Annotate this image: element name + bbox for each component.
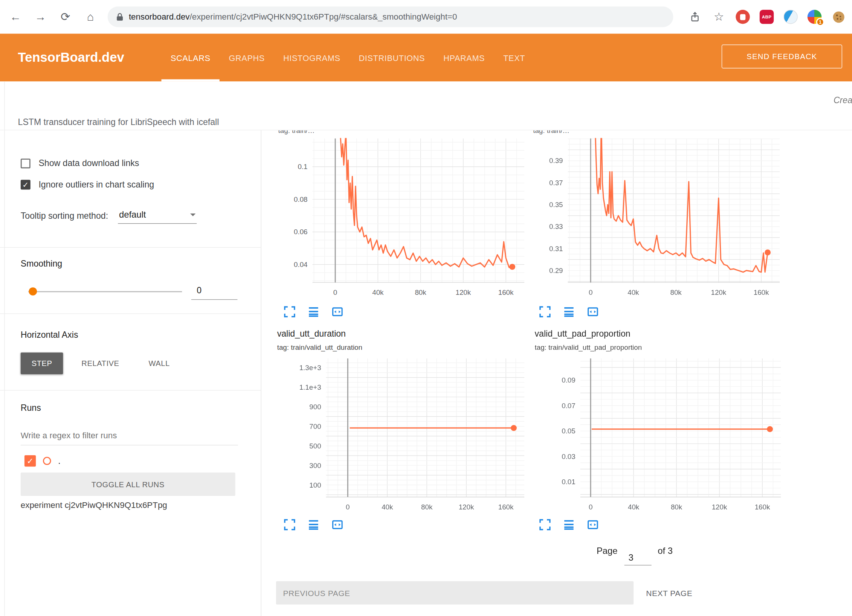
- star-icon[interactable]: ☆: [712, 10, 726, 24]
- svg-text:0.35: 0.35: [549, 201, 563, 209]
- show-download-links-label: Show data download links: [38, 159, 139, 168]
- svg-text:40k: 40k: [628, 503, 640, 511]
- chart-toolbar: [284, 519, 344, 531]
- browser-extension-icon[interactable]: [783, 10, 798, 24]
- fit-domain-icon[interactable]: [587, 519, 599, 531]
- smoothing-slider-track[interactable]: [28, 291, 182, 292]
- svg-text:120k: 120k: [455, 288, 471, 296]
- svg-text:40k: 40k: [628, 288, 639, 296]
- svg-text:40k: 40k: [372, 288, 384, 296]
- profile-badge: 1: [816, 18, 825, 26]
- tooltip-sorting-select[interactable]: default: [118, 209, 197, 224]
- run-name: .: [58, 456, 60, 466]
- log-scale-icon[interactable]: [563, 519, 575, 531]
- svg-text:300: 300: [309, 462, 321, 470]
- svg-text:0.06: 0.06: [294, 228, 307, 236]
- svg-text:0: 0: [589, 503, 592, 511]
- cookie-icon[interactable]: [831, 10, 846, 24]
- divider: [0, 247, 261, 247]
- svg-text:0.09: 0.09: [562, 376, 575, 384]
- ignore-outliers-label: Ignore outliers in chart scaling: [38, 180, 154, 190]
- horizontal-axis-buttons: STEP RELATIVE WALL: [21, 352, 181, 374]
- log-scale-icon[interactable]: [308, 306, 320, 318]
- previous-page-button[interactable]: PREVIOUS PAGE: [276, 581, 634, 605]
- url-text: tensorboard.dev/experiment/cj2vtPiwQHKN9…: [129, 12, 457, 22]
- tooltip-sorting-label: Tooltip sorting method:: [21, 211, 108, 221]
- screen: ← → ⟳ ⌂ tensorboard.dev/experiment/cj2vt…: [0, 0, 852, 616]
- page-number-input[interactable]: 3: [624, 546, 651, 566]
- expand-chart-icon[interactable]: [539, 519, 551, 531]
- show-download-links-checkbox[interactable]: [21, 159, 31, 168]
- expand-chart-icon[interactable]: [539, 306, 551, 318]
- axis-wall-button[interactable]: WALL: [138, 352, 181, 374]
- chart-top-left[interactable]: 0.040.060.080.1040k80k120k160k: [284, 139, 528, 302]
- svg-text:0: 0: [346, 503, 350, 511]
- expand-chart-icon[interactable]: [284, 306, 296, 318]
- home-icon[interactable]: ⌂: [82, 8, 98, 26]
- reload-icon[interactable]: ⟳: [58, 8, 73, 26]
- toggle-all-runs-button[interactable]: TOGGLE ALL RUNS: [21, 473, 235, 496]
- abp-extension-icon[interactable]: ABP: [760, 10, 774, 24]
- svg-text:160k: 160k: [755, 503, 770, 511]
- log-scale-icon[interactable]: [563, 306, 575, 318]
- svg-text:1.3e+3: 1.3e+3: [299, 364, 321, 372]
- tab-distributions[interactable]: DISTRIBUTIONS: [350, 34, 434, 81]
- adblock-extension-icon[interactable]: [736, 10, 750, 24]
- chart-toolbar: [539, 519, 599, 531]
- fit-domain-icon[interactable]: [331, 519, 344, 531]
- tab-hparams[interactable]: HPARAMS: [434, 34, 494, 81]
- chart-toolbar: [539, 306, 599, 318]
- svg-text:0.07: 0.07: [562, 402, 575, 410]
- divider: [0, 390, 261, 390]
- clipped-chart-tag-left: tag: train/…: [278, 130, 485, 137]
- svg-text:500: 500: [309, 442, 321, 450]
- brand-logo[interactable]: TensorBoard.dev: [18, 34, 124, 81]
- svg-text:0.33: 0.33: [549, 223, 563, 230]
- chart-title: valid_utt_duration: [277, 329, 346, 339]
- url-path: /experiment/cj2vtPiwQHKN9Q1tx6PTpg/#scal…: [190, 12, 457, 21]
- forward-icon[interactable]: →: [33, 8, 49, 26]
- runs-filter-input[interactable]: [21, 426, 238, 445]
- tab-histograms[interactable]: HISTOGRAMS: [274, 34, 350, 81]
- created-text: Crea: [834, 96, 852, 105]
- chart-valid-utt-pad-proportion[interactable]: 0.010.030.050.070.09040k80k120k160k: [548, 358, 786, 516]
- log-scale-icon[interactable]: [308, 519, 320, 531]
- axis-relative-button[interactable]: RELATIVE: [70, 352, 130, 374]
- next-page-button[interactable]: NEXT PAGE: [642, 581, 718, 605]
- nav-tabs: SCALARS GRAPHS HISTOGRAMS DISTRIBUTIONS …: [161, 34, 534, 81]
- svg-text:160k: 160k: [754, 288, 769, 296]
- runs-label: Runs: [21, 403, 41, 413]
- browser-nav-buttons: ← → ⟳ ⌂: [8, 0, 98, 34]
- pagination: Page 3 of 3: [597, 546, 673, 566]
- run-checkbox[interactable]: ✓: [24, 455, 36, 467]
- svg-text:0.29: 0.29: [549, 267, 563, 274]
- fit-domain-icon[interactable]: [587, 306, 599, 318]
- smoothing-slider-thumb[interactable]: [29, 287, 37, 296]
- axis-step-button[interactable]: STEP: [21, 352, 63, 374]
- share-icon[interactable]: [688, 10, 702, 24]
- smoothing-value-input[interactable]: 0: [191, 282, 238, 300]
- smoothing-label: Smoothing: [21, 259, 62, 269]
- svg-text:120k: 120k: [711, 288, 727, 296]
- svg-text:0.1: 0.1: [298, 163, 307, 171]
- chart-top-right[interactable]: 0.290.310.330.350.370.39040k80k120k160k: [539, 139, 783, 302]
- ignore-outliers-checkbox[interactable]: ✓: [21, 180, 31, 190]
- tab-scalars[interactable]: SCALARS: [161, 34, 220, 81]
- send-feedback-button[interactable]: SEND FEEDBACK: [722, 44, 842, 68]
- run-row: ✓ .: [24, 455, 61, 467]
- chart-tag: tag: train/valid_utt_pad_proportion: [535, 343, 642, 352]
- profile-avatar-icon[interactable]: 1: [808, 10, 822, 24]
- svg-text:80k: 80k: [671, 503, 683, 511]
- chart-valid-utt-duration[interactable]: 1003005007009001.1e+31.3e+3040k80k120k16…: [293, 358, 530, 516]
- page-label: Page: [597, 546, 618, 556]
- fit-domain-icon[interactable]: [331, 306, 344, 318]
- tab-graphs[interactable]: GRAPHS: [220, 34, 274, 81]
- expand-chart-icon[interactable]: [284, 519, 296, 531]
- ignore-outliers-row: ✓ Ignore outliers in chart scaling: [21, 180, 154, 190]
- address-bar[interactable]: tensorboard.dev/experiment/cj2vtPiwQHKN9…: [108, 6, 673, 27]
- tab-text[interactable]: TEXT: [494, 34, 534, 81]
- back-icon[interactable]: ←: [8, 8, 23, 26]
- page-of-label: of 3: [658, 546, 673, 556]
- divider: [0, 313, 261, 314]
- chart-title: valid_utt_pad_proportion: [535, 329, 631, 339]
